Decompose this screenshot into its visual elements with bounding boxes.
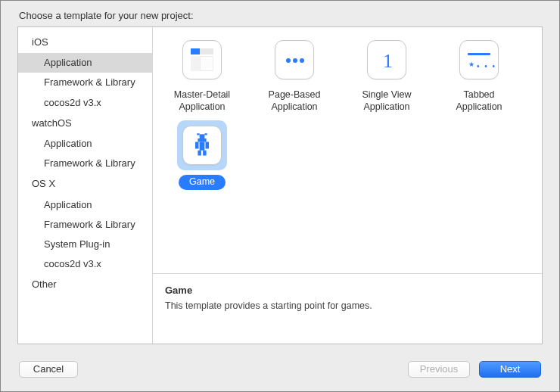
sidebar-group-ios[interactable]: iOS <box>18 32 152 53</box>
next-button[interactable]: Next <box>479 361 541 378</box>
sidebar-item-ios-cocos2d[interactable]: cocos2d v3.x <box>18 93 152 113</box>
sidebar-group-other[interactable]: Other <box>18 274 152 295</box>
template-label: Tabbed Application <box>433 89 525 113</box>
svg-rect-6 <box>203 151 207 156</box>
template-label: Single View Application <box>341 89 433 113</box>
master-detail-icon <box>177 35 227 85</box>
sidebar-item-osx-framework[interactable]: Framework & Library <box>18 215 152 235</box>
single-view-icon: 1 <box>362 35 412 85</box>
svg-rect-0 <box>200 135 205 139</box>
tabbed-icon: ★ • • • <box>454 35 504 85</box>
detail-title: Game <box>165 285 530 296</box>
svg-rect-7 <box>197 134 199 135</box>
main-panel: iOS Application Framework & Library coco… <box>17 26 543 344</box>
template-master-detail[interactable]: Master-Detail Application <box>156 35 248 113</box>
sidebar-item-watchos-framework[interactable]: Framework & Library <box>18 154 152 173</box>
content-column: Master-Detail Application Page-Based App… <box>153 27 542 344</box>
template-grid: Master-Detail Application Page-Based App… <box>153 27 542 273</box>
svg-rect-4 <box>200 142 205 151</box>
template-tabbed[interactable]: ★ • • • Tabbed Application <box>433 35 525 113</box>
sidebar-group-watchos[interactable]: watchOS <box>18 113 152 134</box>
svg-rect-5 <box>198 151 201 156</box>
template-page-based[interactable]: Page-Based Application <box>248 35 341 113</box>
sidebar-item-osx-application[interactable]: Application <box>18 195 152 215</box>
template-single-view[interactable]: 1 Single View Application <box>341 35 433 113</box>
sidebar-group-osx[interactable]: OS X <box>18 173 152 194</box>
svg-rect-1 <box>198 138 206 142</box>
game-icon <box>177 120 227 170</box>
sidebar-item-osx-cocos2d[interactable]: cocos2d v3.x <box>18 254 152 274</box>
detail-pane: Game This template provides a starting p… <box>153 273 542 344</box>
page-based-icon <box>269 35 319 85</box>
template-label: Master-Detail Application <box>156 89 248 113</box>
template-label: Game <box>179 175 226 190</box>
template-game[interactable]: Game <box>156 120 248 190</box>
svg-rect-2 <box>195 142 199 149</box>
svg-rect-8 <box>204 134 207 135</box>
sidebar-item-ios-application[interactable]: Application <box>18 53 152 73</box>
footer: Cancel Previous Next <box>1 352 559 391</box>
sidebar-item-ios-framework[interactable]: Framework & Library <box>18 73 152 92</box>
template-label: Page-Based Application <box>248 89 341 113</box>
sidebar-item-osx-plugin[interactable]: System Plug-in <box>18 235 152 254</box>
svg-rect-3 <box>206 142 210 149</box>
detail-description: This template provides a starting point … <box>165 300 530 311</box>
sidebar-item-watchos-application[interactable]: Application <box>18 134 152 154</box>
page-title: Choose a template for your new project: <box>19 10 194 21</box>
cancel-button[interactable]: Cancel <box>19 361 78 378</box>
previous-button: Previous <box>408 361 470 378</box>
sidebar: iOS Application Framework & Library coco… <box>18 27 153 344</box>
